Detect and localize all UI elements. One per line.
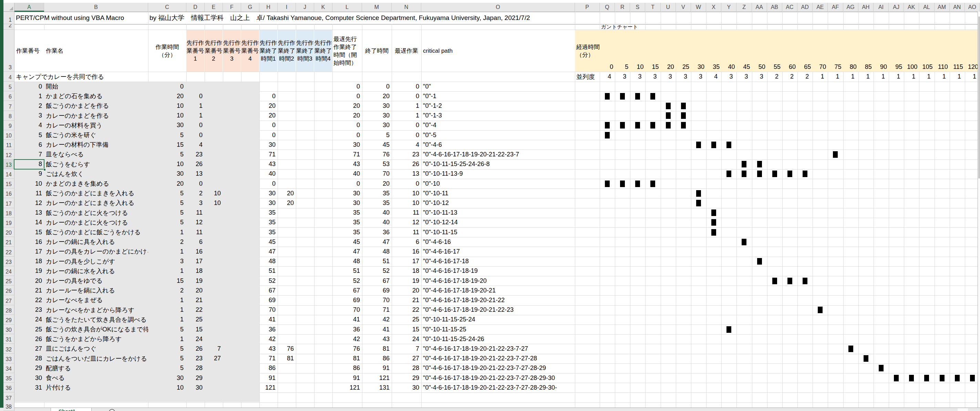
header-task-no[interactable]: 作業番号 [14, 30, 44, 72]
cell-O19[interactable]: "0"-10-12-14 [421, 218, 575, 227]
cell-B5[interactable]: 開始 [44, 82, 148, 91]
cell-N8[interactable]: 1 [391, 111, 421, 121]
cell-B19[interactable]: カレーのかまどに火をつける [44, 218, 148, 227]
cell-E6[interactable] [205, 91, 223, 101]
cell-I31[interactable] [278, 334, 296, 344]
parallelism-value[interactable]: 3 [752, 72, 767, 82]
column-header-AM[interactable]: AM [934, 3, 950, 12]
cell-M32[interactable]: 81 [362, 344, 391, 354]
cell-O16[interactable]: "0"-10-11 [421, 188, 575, 198]
cell-L12[interactable]: 71 [332, 150, 362, 159]
cell-H26[interactable]: 67 [259, 285, 278, 295]
cell-N25[interactable]: 19 [391, 276, 421, 285]
cell-L27[interactable]: 69 [332, 295, 362, 305]
row-header-3[interactable]: 3 [3, 30, 14, 72]
cell-E19[interactable] [205, 218, 223, 227]
cell-H19[interactable]: 35 [259, 218, 278, 227]
cell-A31[interactable]: 26 [14, 334, 44, 344]
cell-D14[interactable]: 13 [186, 169, 205, 179]
cell-N24[interactable]: 18 [391, 266, 421, 276]
cell-C19[interactable]: 5 [148, 218, 186, 227]
cell-B28[interactable]: カレーなべをかまどから降ろす [44, 305, 148, 315]
cell-L25[interactable]: 52 [332, 276, 362, 285]
cell-M20[interactable]: 36 [362, 227, 391, 237]
column-header-J[interactable]: J [296, 3, 314, 12]
cell-B24[interactable]: カレーの鍋に水を入れる [44, 266, 148, 276]
cell-M25[interactable]: 67 [362, 276, 391, 285]
cell-L31[interactable]: 42 [332, 334, 362, 344]
cell-D12[interactable]: 23 [186, 150, 205, 159]
row-header-38[interactable]: 38 [3, 402, 14, 411]
cell-I9[interactable] [278, 121, 296, 130]
cell-B15[interactable]: かまどのまきを集める [44, 179, 148, 188]
column-header-O[interactable]: O [421, 3, 575, 12]
cell-L23[interactable]: 48 [332, 256, 362, 266]
cell-H17[interactable]: 30 [259, 198, 278, 208]
cell-O21[interactable]: "0"-4-6-16 [421, 237, 575, 247]
cell-E24[interactable] [205, 266, 223, 276]
cell-N28[interactable]: 22 [391, 305, 421, 315]
cell-A27[interactable]: 22 [14, 295, 44, 305]
cell-H33[interactable]: 71 [259, 354, 278, 363]
column-header-AK[interactable]: AK [904, 3, 919, 12]
row-header-29[interactable]: 29 [3, 315, 14, 325]
cell-O10[interactable]: "0"-5 [421, 130, 575, 140]
cell-D8[interactable]: 1 [186, 111, 205, 121]
cell-H35[interactable]: 91 [259, 373, 278, 383]
cell-I26[interactable] [278, 285, 296, 295]
cell-H32[interactable]: 43 [259, 344, 278, 354]
cell-A23[interactable]: 18 [14, 256, 44, 266]
cell-M14[interactable]: 70 [362, 169, 391, 179]
row-header-30[interactable]: 30 [3, 325, 14, 334]
cell-I5[interactable] [278, 82, 296, 91]
byline-cell[interactable]: by 福山大学 情報工学科 山之上 卓/ Takashi Yamanoue, C… [150, 12, 804, 24]
cell-B12[interactable]: 皿をならべる [44, 150, 148, 159]
row-header-4[interactable]: 4 [3, 72, 14, 82]
cell-I18[interactable] [278, 208, 296, 218]
cell-E23[interactable] [205, 256, 223, 266]
parallelism-value[interactable]: 2 [782, 72, 797, 82]
cell-M8[interactable]: 30 [362, 111, 391, 121]
cell-L19[interactable]: 35 [332, 218, 362, 227]
selected-cell-border[interactable] [14, 159, 45, 170]
row-header-12[interactable]: 12 [3, 150, 14, 159]
time-tick-95[interactable]: 95 [889, 30, 904, 72]
column-header-N[interactable]: N [391, 3, 421, 12]
cell-A35[interactable]: 30 [14, 373, 44, 383]
cell-E29[interactable] [205, 315, 223, 325]
cell-H31[interactable]: 42 [259, 334, 278, 344]
row-header-6[interactable]: 6 [3, 91, 14, 101]
cell-M6[interactable]: 20 [362, 91, 391, 101]
row-header-14[interactable]: 14 [3, 169, 14, 179]
cell-B26[interactable]: カレールーを鍋に入れる [44, 285, 148, 295]
cell-E14[interactable] [205, 169, 223, 179]
row-header-2[interactable]: 2 [3, 24, 14, 30]
cell-C31[interactable]: 1 [148, 334, 186, 344]
cell-H16[interactable]: 30 [259, 188, 278, 198]
row-header-32[interactable]: 32 [3, 344, 14, 354]
cell-E26[interactable] [205, 285, 223, 295]
cell-C10[interactable]: 5 [148, 130, 186, 140]
row-header-21[interactable]: 21 [3, 237, 14, 247]
cell-H29[interactable]: 41 [259, 315, 278, 325]
cell-N33[interactable]: 27 [391, 354, 421, 363]
cell-H28[interactable]: 70 [259, 305, 278, 315]
cell-O8[interactable]: "0"-1-3 [421, 111, 575, 121]
cell-B11[interactable]: カレーの材料の下準備 [44, 140, 148, 150]
column-header-G[interactable]: G [241, 3, 259, 12]
cell-E8[interactable] [205, 111, 223, 121]
cell-E5[interactable] [205, 82, 223, 91]
cell-D10[interactable]: 0 [186, 130, 205, 140]
cell-B8[interactable]: カレーのかまどを作る [44, 111, 148, 121]
cell-A28[interactable]: 23 [14, 305, 44, 315]
column-header-AI[interactable]: AI [873, 3, 889, 12]
cell-N26[interactable]: 20 [391, 285, 421, 295]
cell-D35[interactable]: 29 [186, 373, 205, 383]
cell-D24[interactable]: 18 [186, 266, 205, 276]
column-header-AC[interactable]: AC [782, 3, 797, 12]
cell-H7[interactable]: 20 [259, 101, 278, 111]
cell-L24[interactable]: 51 [332, 266, 362, 276]
parallelism-value[interactable]: 3 [691, 72, 706, 82]
column-header-T[interactable]: T [645, 3, 660, 12]
row-header-1[interactable]: 1 [3, 12, 14, 24]
